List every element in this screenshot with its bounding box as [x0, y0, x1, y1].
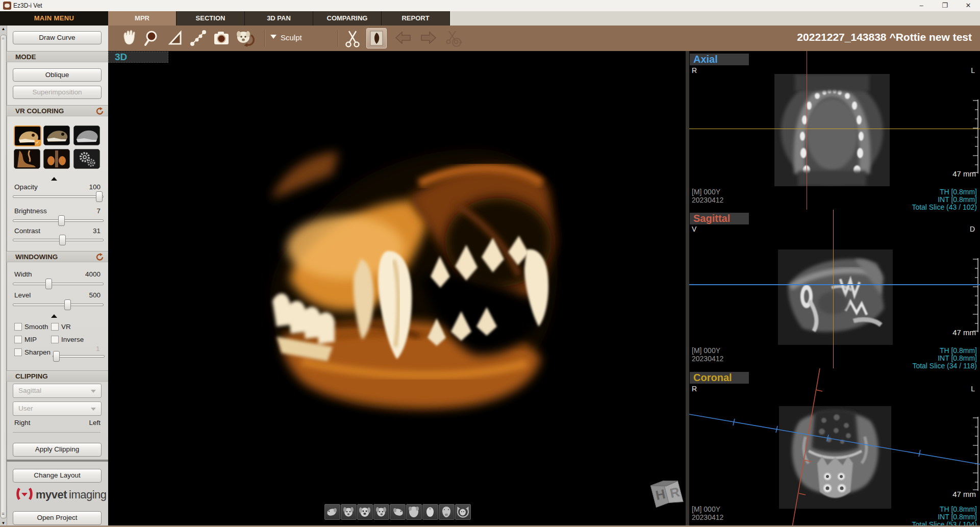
dog-view-front-right-button[interactable]	[373, 504, 389, 520]
axial-crosshair-vertical[interactable]	[807, 51, 807, 210]
contrast-slider[interactable]	[13, 239, 104, 241]
width-slider[interactable]	[13, 283, 104, 285]
level-slider[interactable]	[13, 304, 104, 306]
dog-view-rotate-button[interactable]	[455, 504, 471, 520]
dog-view-front-button[interactable]	[357, 504, 373, 520]
sculpt-label[interactable]: Sculpt	[281, 33, 302, 42]
sculpt-inside-button[interactable]	[366, 28, 387, 48]
orientation-cube[interactable]: H R	[646, 475, 686, 511]
close-button[interactable]: ✕	[957, 0, 980, 11]
dog-view-left-button[interactable]	[324, 504, 340, 520]
sidebar-scrollbar[interactable]: ▲ = ≡ ▼	[0, 26, 7, 527]
zoom-tool-button[interactable]	[141, 27, 163, 49]
brightness-slider[interactable]	[13, 219, 104, 222]
windowing-collapse-arrow[interactable]	[51, 314, 57, 318]
dog-rotate-icon	[234, 27, 256, 49]
vr-preset-settings[interactable]	[73, 149, 100, 169]
sharpen-slider-thumb[interactable]	[53, 351, 60, 362]
width-slider-thumb[interactable]	[45, 279, 52, 289]
scrollbar-thumb[interactable]	[1, 35, 7, 518]
tab-report[interactable]: REPORT	[382, 11, 450, 26]
dog-head-bottom-icon	[439, 505, 454, 519]
contrast-slider-thumb[interactable]	[59, 235, 66, 245]
tab-section[interactable]: SECTION	[177, 11, 245, 26]
main-menu-header[interactable]: MAIN MENU	[0, 11, 108, 26]
sagittal-view[interactable]: Sagittal V D 47 mm [M] 000Y 20230412 TH …	[686, 210, 980, 368]
vr-checkbox[interactable]	[51, 323, 59, 331]
reset-sculpt-button[interactable]	[443, 27, 465, 49]
scroll-up-arrow[interactable]: ▲	[1, 27, 6, 31]
capture-tool-button[interactable]	[210, 27, 233, 49]
level-slider-thumb[interactable]	[64, 299, 71, 310]
sagittal-crosshair-vertical[interactable]	[833, 210, 834, 368]
tab-comparing[interactable]: COMPARING	[313, 11, 382, 26]
brightness-slider-thumb[interactable]	[58, 215, 65, 226]
vr-preset-1-selected[interactable]: ✓	[14, 126, 41, 146]
opacity-slider[interactable]	[13, 195, 104, 198]
superimposition-button[interactable]: Superimposition	[13, 86, 102, 99]
clipping-plane-dropdown[interactable]: Sagittal	[13, 384, 102, 398]
camera-icon	[210, 27, 233, 49]
windowing-title: WINDOWING	[15, 253, 58, 261]
tab-3d-pan[interactable]: 3D PAN	[245, 11, 313, 26]
reset-view-button[interactable]	[234, 27, 256, 49]
clipping-left-label: Left	[89, 419, 100, 426]
pan-tool-button[interactable]	[117, 27, 140, 49]
sculpt-dropdown-arrow[interactable]	[270, 35, 277, 39]
vr-preset-4[interactable]	[14, 149, 40, 169]
contrast-value: 31	[93, 227, 100, 235]
axial-crosshair-horizontal[interactable]	[689, 129, 980, 129]
coronal-view[interactable]: Coronal R L 47 mm [M] 000Y 20230412 TH […	[686, 368, 980, 527]
minimize-button[interactable]: –	[910, 0, 933, 11]
apply-clipping-button[interactable]: Apply Clipping	[13, 443, 102, 457]
sagittal-crosshair-horizontal[interactable]	[689, 284, 980, 285]
draw-curve-button[interactable]: Draw Curve	[13, 31, 102, 44]
viewport-3d[interactable]: 3D	[108, 51, 686, 527]
sharpen-slider[interactable]	[53, 355, 105, 358]
vr-collapse-arrow[interactable]	[51, 177, 57, 181]
sculpt-cut-button[interactable]	[342, 27, 364, 49]
myvet-logo-bold-text: myvet	[36, 488, 67, 501]
redo-sculpt-button[interactable]	[417, 27, 440, 49]
axial-scale: 47 mm	[952, 169, 976, 178]
open-project-button[interactable]: Open Project	[13, 511, 102, 525]
mode-section-header: MODE	[7, 51, 108, 62]
myvet-logo-icon	[14, 486, 35, 504]
undo-sculpt-button[interactable]	[392, 27, 414, 49]
tab-mpr[interactable]: MPR	[108, 11, 177, 26]
axial-th: TH [0.8mm]	[940, 188, 977, 196]
vr-preset-2[interactable]	[43, 126, 70, 145]
smooth-checkbox[interactable]	[14, 323, 22, 331]
axial-view[interactable]: Axial R L 47 mm [M] 000Y 20230412 TH [0.…	[686, 51, 980, 210]
dog-head-front-right-icon	[374, 505, 389, 519]
measure-tool-button[interactable]	[164, 27, 186, 49]
vr-preset-5[interactable]	[43, 149, 70, 169]
axial-label: Axial	[690, 54, 749, 65]
dog-view-back-button[interactable]	[422, 504, 438, 520]
opacity-slider-thumb[interactable]	[96, 191, 103, 202]
vr-refresh-icon[interactable]	[96, 107, 104, 115]
coronal-crosshairs[interactable]	[686, 368, 980, 527]
windowing-refresh-icon[interactable]	[96, 253, 104, 261]
dog-view-bottom-button[interactable]	[439, 504, 455, 520]
clipping-mode-dropdown[interactable]: User	[13, 401, 102, 416]
dog-head-left-icon	[325, 505, 340, 519]
mip-label: MIP	[24, 336, 37, 343]
dog-view-front-left-button[interactable]	[341, 504, 357, 520]
mip-checkbox[interactable]	[14, 336, 22, 343]
maximize-button[interactable]: ❐	[933, 0, 957, 11]
clip-region-icon	[367, 29, 386, 48]
change-layout-button[interactable]: Change Layout	[13, 469, 102, 483]
brightness-value: 7	[96, 207, 100, 215]
selected-check-badge: ✓	[35, 140, 40, 145]
oblique-button[interactable]: Oblique	[13, 68, 102, 82]
inverse-checkbox[interactable]	[51, 336, 59, 343]
vr-preset-3[interactable]	[73, 126, 100, 145]
vr-preset-5-image	[44, 149, 69, 168]
scroll-down-arrow[interactable]: ▼	[1, 521, 6, 525]
sharpen-checkbox[interactable]	[14, 348, 22, 356]
curve-tool-button[interactable]	[187, 27, 209, 49]
inverse-label: Inverse	[61, 336, 84, 343]
dog-view-right-button[interactable]	[390, 504, 406, 520]
dog-view-top-button[interactable]	[406, 504, 422, 520]
